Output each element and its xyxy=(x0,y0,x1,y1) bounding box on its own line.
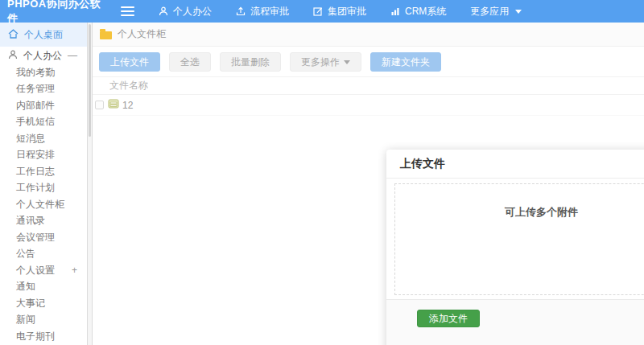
sidebar-item-tasks[interactable]: 任务管理 xyxy=(0,81,87,98)
sidebar-item-work-log[interactable]: 工作日志 xyxy=(0,163,87,180)
column-file-name: 文件名称 xyxy=(109,79,148,92)
new-folder-button[interactable]: 新建文件夹 xyxy=(370,52,441,72)
topnav-process-approval[interactable]: 流程审批 xyxy=(236,5,289,18)
dialog-title: 上传文件 xyxy=(386,150,644,179)
caret-down-icon xyxy=(344,60,350,64)
sidebar: 个人桌面 个人办公 — 我的考勤 任务管理 内部邮件 手机短信 短消息 日程安排… xyxy=(0,23,87,345)
archive-folder-icon xyxy=(108,99,119,111)
home-icon xyxy=(8,29,19,41)
sidebar-item-meetings[interactable]: 会议管理 xyxy=(0,229,87,246)
scrollbar-thumb[interactable] xyxy=(89,24,91,137)
sidebar-item-news[interactable]: 新闻 xyxy=(0,312,87,329)
sidebar-item-notices[interactable]: 通知 xyxy=(0,279,87,296)
sidebar-item-sms[interactable]: 手机短信 xyxy=(0,114,87,131)
topnav-group-approval[interactable]: 集团审批 xyxy=(313,5,366,18)
topnav-more-apps[interactable]: 更多应用 xyxy=(470,5,522,18)
row-checkbox[interactable] xyxy=(95,101,104,109)
dialog-body: 可上传多个附件 xyxy=(386,179,644,299)
sidebar-item-e-journal[interactable]: 电子期刊 xyxy=(0,328,87,345)
sidebar-item-file-cabinet[interactable]: 个人文件柜 xyxy=(0,196,87,213)
sidebar-item-announcements[interactable]: 公告 xyxy=(0,246,87,263)
topnav-personal-office[interactable]: 个人办公 xyxy=(159,5,212,18)
chart-icon xyxy=(390,6,400,16)
dropzone-hint: 可上传多个附件 xyxy=(505,206,578,218)
add-file-button[interactable]: 添加文件 xyxy=(417,310,480,327)
batch-delete-button[interactable]: 批量删除 xyxy=(220,52,281,72)
edit-icon xyxy=(313,6,323,16)
sidebar-group-personal-office[interactable]: 个人办公 — xyxy=(0,47,87,64)
more-operations-button[interactable]: 更多操作 xyxy=(290,52,361,72)
toolbar: 上传文件 全选 批量删除 更多操作 新建文件夹 xyxy=(93,50,644,74)
process-icon xyxy=(236,6,246,16)
folder-icon xyxy=(100,31,112,39)
app-logo: PHPOA协同办公软件 xyxy=(0,0,111,26)
breadcrumb: 个人文件柜 xyxy=(93,23,644,47)
sidebar-group-label: 个人办公 xyxy=(23,49,62,63)
topbar: PHPOA协同办公软件 个人办公 流程审批 集团审批 CRM系统 xyxy=(0,0,644,23)
sidebar-item-attendance[interactable]: 我的考勤 xyxy=(0,64,87,81)
collapse-icon[interactable]: — xyxy=(68,50,77,61)
caret-down-icon xyxy=(515,10,522,14)
dialog-footer: 添加文件 xyxy=(386,299,644,345)
topnav-crm[interactable]: CRM系统 xyxy=(390,5,446,18)
user-icon xyxy=(8,50,18,62)
upload-dropzone[interactable]: 可上传多个附件 xyxy=(394,183,644,295)
upload-file-button[interactable]: 上传文件 xyxy=(99,52,160,72)
menu-toggle-icon[interactable] xyxy=(121,6,134,16)
select-all-button[interactable]: 全选 xyxy=(169,52,211,72)
upload-dialog: 上传文件 可上传多个附件 添加文件 xyxy=(386,150,644,345)
table-row[interactable]: 12 xyxy=(93,95,644,116)
sidebar-item-internal-mail[interactable]: 内部邮件 xyxy=(0,97,87,114)
sidebar-item-label: 个人桌面 xyxy=(24,28,63,42)
sidebar-item-contacts[interactable]: 通讯录 xyxy=(0,213,87,230)
breadcrumb-label: 个人文件柜 xyxy=(118,27,166,41)
sidebar-scrollbar[interactable] xyxy=(87,23,93,345)
table-header: 文件名称 xyxy=(93,76,644,95)
sidebar-item-short-message[interactable]: 短消息 xyxy=(0,130,87,147)
top-navigation: 个人办公 流程审批 集团审批 CRM系统 更多应用 xyxy=(159,5,522,18)
sidebar-item-desktop[interactable]: 个人桌面 xyxy=(0,23,87,47)
file-name: 12 xyxy=(122,100,133,111)
user-icon xyxy=(159,6,168,16)
sidebar-item-work-plan[interactable]: 工作计划 xyxy=(0,180,87,197)
sidebar-item-memorabilia[interactable]: 大事记 xyxy=(0,295,87,312)
sidebar-item-schedule[interactable]: 日程安排 xyxy=(0,147,87,164)
sidebar-item-personal-settings[interactable]: 个人设置 + xyxy=(0,262,87,279)
expand-icon[interactable]: + xyxy=(72,265,77,276)
